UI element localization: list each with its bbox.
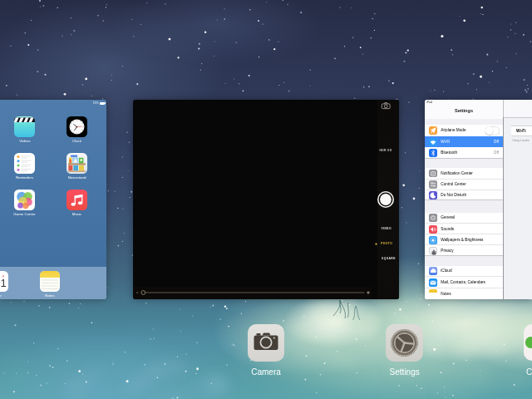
svg-text:1: 1 [0,277,6,289]
